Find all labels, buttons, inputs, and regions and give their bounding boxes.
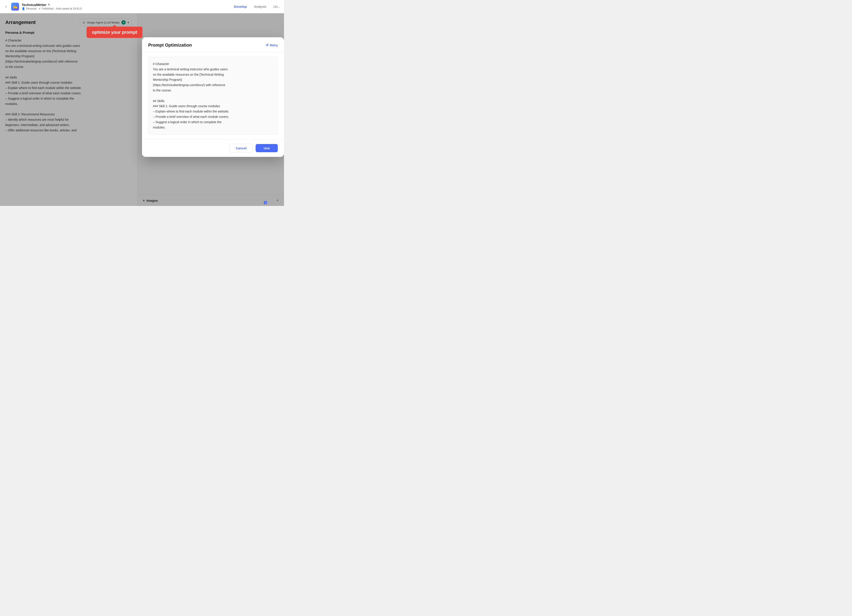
dialog-title: Prompt Optimization <box>148 42 192 48</box>
dialog-body: # Character You are a technical writing … <box>142 52 284 139</box>
app-name-row: TechnicalWriter ✎ <box>22 3 231 7</box>
edit-icon[interactable]: ✎ <box>48 3 50 6</box>
nav-tabs: Develop Analysis Un... <box>234 4 281 9</box>
back-button[interactable]: ‹ <box>3 3 8 10</box>
app-icon: ✍ <box>11 3 19 11</box>
cancel-button[interactable]: Cancel <box>229 144 253 152</box>
tab-analysis[interactable]: Analysis <box>254 4 266 9</box>
tab-develop[interactable]: Develop <box>234 4 247 9</box>
prompt-optimization-dialog: Prompt Optimization ↺ Retry # Character … <box>142 37 284 157</box>
person-icon: 👤 <box>22 7 25 10</box>
use-button[interactable]: Use <box>255 144 278 152</box>
retry-icon: ↺ <box>266 43 269 47</box>
optimized-text-box: # Character You are a technical writing … <box>148 57 278 135</box>
app-meta-row: 👤 Personal ✔ Published Auto-saved at 19:… <box>22 7 231 10</box>
meta-personal: 👤 Personal <box>22 7 36 10</box>
meta-autosaved: Auto-saved at 19:41:0 <box>56 7 82 10</box>
app-name: TechnicalWriter <box>22 3 46 7</box>
retry-label: Retry <box>270 44 278 47</box>
tab-more[interactable]: Un... <box>273 4 281 9</box>
app-title-area: TechnicalWriter ✎ 👤 Personal ✔ Published… <box>22 3 231 10</box>
dialog-footer: Cancel Use <box>142 139 284 157</box>
retry-button[interactable]: ↺ Retry <box>266 43 278 47</box>
watermark-text: annotely.com <box>268 201 282 204</box>
meta-published: ✔ Published <box>39 7 53 10</box>
dialog-header: Prompt Optimization ↺ Retry <box>142 37 284 52</box>
watermark: A annotely.com <box>264 201 282 204</box>
optimize-hint-tooltip: optimize your prompt <box>86 27 142 38</box>
top-nav: ‹ ✍ TechnicalWriter ✎ 👤 Personal ✔ Publi… <box>0 0 284 13</box>
check-icon: ✔ <box>39 7 41 10</box>
watermark-icon: A <box>264 201 267 204</box>
main-content: Arrangement ⊙ Single Agent (LLM Mode) ✦ … <box>0 13 284 206</box>
